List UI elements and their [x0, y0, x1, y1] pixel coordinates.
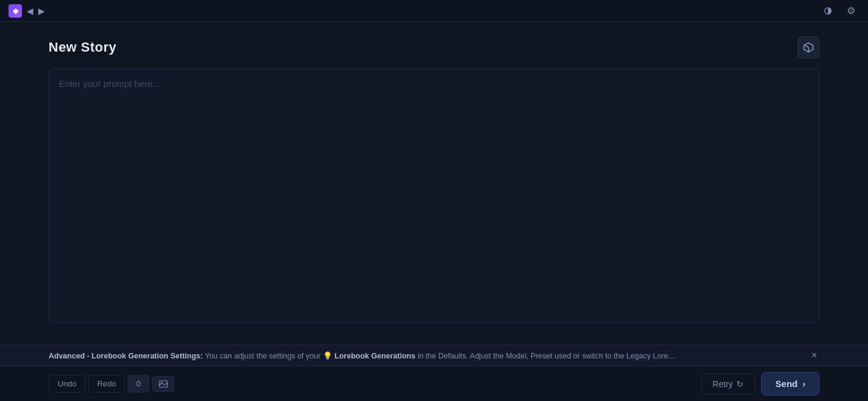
svg-point-6: [161, 382, 162, 383]
info-bar: Advanced - Lorebook Generation Settings:…: [0, 344, 868, 366]
lightbulb-icon: 💡: [323, 352, 333, 360]
send-label: Send: [775, 379, 798, 389]
settings-button[interactable]: ⚙: [843, 2, 860, 19]
redo-button[interactable]: Redo: [88, 375, 125, 392]
cube-icon-button[interactable]: [798, 36, 819, 58]
info-bar-text-part1: You can adjust the settings of your: [205, 352, 322, 360]
svg-line-4: [162, 383, 165, 385]
info-bar-bold-link[interactable]: Lorebook Generations: [334, 352, 415, 360]
retry-button[interactable]: Retry ↻: [701, 374, 755, 394]
topbar-left: ◈ ◀ ▶: [8, 4, 45, 18]
bottom-toolbar: Undo Redo 0 Retry ↻ Send ›: [0, 366, 868, 401]
retry-label: Retry: [713, 379, 733, 389]
logo-icon: ◈: [8, 4, 22, 18]
retry-icon: ↻: [736, 379, 744, 389]
word-count-badge: 0: [127, 375, 149, 392]
svg-line-3: [159, 383, 162, 385]
toolbar-right: Retry ↻ Send ›: [701, 372, 819, 396]
page-header: New Story: [49, 36, 819, 58]
nav-back-button[interactable]: ◀: [27, 6, 33, 16]
send-icon: ›: [802, 379, 805, 389]
theme-toggle-button[interactable]: [819, 2, 836, 19]
info-bar-text-suffix: in the Defaults. Adjust the Model, Prese…: [418, 352, 676, 360]
prompt-textarea[interactable]: [49, 68, 819, 323]
info-bar-close-button[interactable]: ×: [809, 350, 819, 361]
nav-forward-button[interactable]: ▶: [38, 6, 45, 16]
svg-line-5: [164, 382, 168, 385]
send-button[interactable]: Send ›: [761, 372, 819, 396]
info-bar-bold-prefix: Advanced - Lorebook Generation Settings:: [49, 352, 203, 360]
topbar-right: ⚙: [819, 2, 860, 19]
undo-button[interactable]: Undo: [49, 375, 86, 392]
topbar: ◈ ◀ ▶ ⚙: [0, 0, 868, 22]
toolbar-left: Undo Redo 0: [49, 375, 175, 392]
image-insert-button[interactable]: [152, 376, 175, 392]
info-bar-text: Advanced - Lorebook Generation Settings:…: [49, 351, 809, 360]
page-title: New Story: [49, 39, 117, 55]
svg-line-0: [804, 45, 809, 47]
